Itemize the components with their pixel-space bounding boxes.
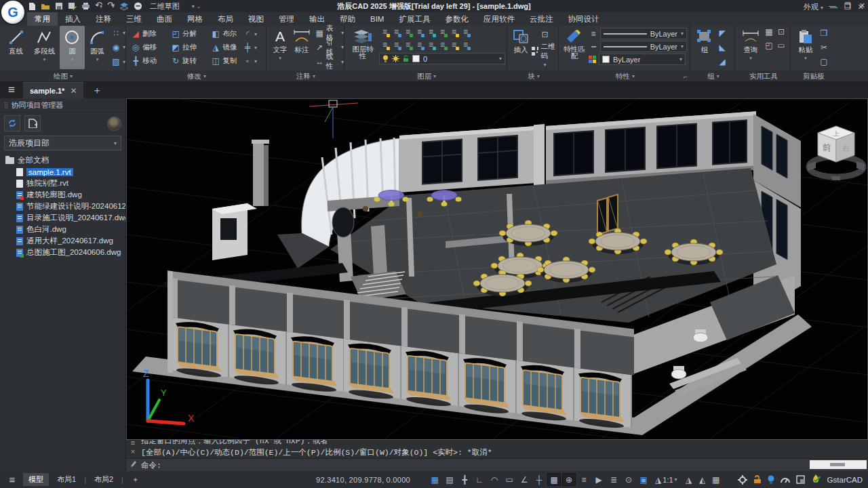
utilities-group-label[interactable]: 实用工具 — [736, 70, 791, 82]
tree-file-item[interactable]: 独院别墅.rvt — [0, 178, 125, 189]
status-toggle-icon[interactable]: ≣ — [607, 473, 620, 486]
drawing-viewport[interactable]: 上 前 右 Z Y X — [126, 98, 868, 439]
status-toggle-icon[interactable]: ▦ — [428, 473, 441, 486]
viewcube-front-label[interactable]: 前 — [823, 142, 831, 152]
ribbon-tab[interactable]: 插入 — [58, 12, 88, 26]
ribbon-tab[interactable]: 视图 — [241, 12, 271, 26]
performance-gauge-icon[interactable] — [781, 475, 790, 484]
ribbon-tab[interactable]: 管理 — [271, 12, 302, 26]
ribbon-tab[interactable]: 协同设计 — [560, 12, 606, 26]
import-document-button[interactable] — [24, 115, 41, 131]
layer-tool-icon[interactable]: ≡ — [414, 26, 425, 39]
select-all-icon[interactable]: ▭ — [776, 41, 786, 55]
cut-clip-icon[interactable]: ✂ — [819, 43, 829, 52]
doc-restore-button[interactable]: ❐ — [844, 3, 851, 12]
layer-tool-icon[interactable]: ≡ — [379, 26, 391, 39]
tree-file-item[interactable]: 建筑轮廓图.dwg — [0, 189, 125, 201]
bulb-icon[interactable] — [768, 475, 774, 485]
command-line-panel[interactable]: ≡ 指定窗口的角点，输入比例因子 (nX 或 nXP)，或者 × [全部(A)/… — [126, 439, 868, 471]
status-menu-icon[interactable]: ≡ — [4, 474, 20, 485]
group-button[interactable]: 组 — [694, 26, 715, 69]
array-button[interactable]: ∷▾ — [111, 26, 125, 40]
block-edit-button[interactable]: ⊡ — [540, 28, 549, 41]
linetype-dropdown[interactable]: ByLayer▾ — [600, 41, 687, 52]
model-tab[interactable]: 模型 — [23, 473, 49, 486]
layer-tool-icon[interactable]: ≡ — [379, 39, 391, 52]
circle-button[interactable]: 圆▾ — [60, 26, 85, 69]
panel-menu-icon[interactable]: ≡ — [0, 82, 23, 98]
status-toggle-icon[interactable]: ▭ — [502, 473, 516, 486]
sync-button[interactable] — [4, 115, 20, 131]
tree-file-item[interactable]: 通用大样_20240617.dwg — [0, 235, 125, 247]
status-toggle-icon[interactable]: ▶ — [592, 473, 606, 486]
dimension-button[interactable]: 标注 — [290, 26, 313, 69]
ribbon-tab[interactable]: 常用 — [27, 12, 58, 26]
copy-base-icon[interactable]: ▢ — [819, 58, 829, 66]
ribbon-tab[interactable]: 网格 — [180, 12, 210, 26]
block-group-label[interactable]: 块▾ — [509, 70, 559, 82]
status-toggle-icon[interactable]: ◠ — [488, 473, 501, 486]
ribbon-tab[interactable]: 注释 — [88, 12, 119, 26]
layer-dropdown[interactable]: 0 ▾ — [379, 53, 505, 64]
ribbon-tab[interactable]: BIM — [363, 12, 391, 26]
layer-tool-icon[interactable]: ≡ — [448, 26, 460, 39]
modify-tool-button[interactable]: ◎ 偏移 — [131, 41, 169, 54]
ribbon-tab[interactable]: 三维 — [119, 12, 149, 26]
annotate-tool-button[interactable]: ↔ 线性▾ — [315, 55, 344, 68]
modify-tool-button[interactable]: ◢ 删除 — [131, 27, 169, 41]
document-tab[interactable]: sample.1* ✕ — [23, 82, 83, 98]
hatch-button[interactable]: ▨▾ — [111, 55, 125, 68]
status-toggle-icon[interactable]: ╋ — [458, 473, 471, 486]
calculator-icon[interactable]: ▦ — [764, 28, 774, 41]
line-button[interactable]: 直线 — [3, 26, 29, 69]
layer-tool-icon[interactable]: ≡ — [460, 26, 471, 39]
layers-group-label[interactable]: 图层▾ — [346, 70, 507, 82]
lock-icon[interactable] — [753, 475, 762, 484]
layer-tool-icon[interactable]: ≡ — [391, 26, 402, 39]
drag-handle-icon[interactable]: ⣿ — [4, 102, 8, 108]
modify-tool-button[interactable]: ◩ 拉伸 — [171, 41, 209, 54]
layer-tool-icon[interactable]: ≡ — [414, 39, 425, 52]
viewcube-right-label[interactable]: 右 — [842, 144, 849, 152]
status-toggle-icon[interactable]: ▤ — [443, 473, 456, 486]
ungroup-icon[interactable]: ◤ — [717, 29, 727, 37]
command-input-row[interactable]: 命令: — [126, 459, 868, 471]
settings-gear-icon[interactable] — [738, 475, 747, 485]
tree-file-item[interactable]: 总图施工图_20240606.dwg — [0, 247, 125, 258]
layer-tool-icon[interactable]: ≡ — [402, 26, 414, 39]
layer-tool-icon[interactable]: ≡ — [425, 26, 437, 39]
status-toggle-icon[interactable]: ▩ — [547, 473, 561, 486]
break-button[interactable]: ▫▾ — [243, 54, 266, 68]
group-select-icon[interactable]: ◢ — [717, 58, 727, 66]
polyline-button[interactable]: 多段线▾ — [29, 26, 60, 69]
modify-group-label[interactable]: 修改▾ — [127, 70, 267, 82]
ribbon-tab[interactable]: 布局 — [210, 12, 241, 26]
tree-file-item[interactable]: 目录施工说明_20240617.dwg — [0, 212, 125, 224]
modify-tool-button[interactable]: ╋ 移动 — [131, 54, 169, 68]
annotation-toggle-icon[interactable]: ▦ — [709, 473, 723, 486]
layout2-tab[interactable]: 布局2 — [89, 473, 119, 486]
status-toggle-icon[interactable]: ∟ — [473, 473, 486, 486]
view-cube[interactable]: 上 前 右 — [808, 126, 865, 180]
doc-minimize-button[interactable]: — — [830, 3, 837, 11]
command-scrollbar[interactable] — [810, 460, 867, 469]
ribbon-tab[interactable]: 扩展工具 — [391, 12, 437, 26]
layer-tool-icon[interactable]: ≡ — [437, 39, 448, 52]
new-tab-button[interactable]: ＋ — [83, 82, 110, 98]
clean-screen-corner-icon[interactable] — [796, 475, 805, 484]
layer-tool-icon[interactable]: ≡ — [391, 39, 402, 52]
fillet-button[interactable]: ◜▾ — [243, 27, 266, 41]
modify-tool-button[interactable]: ↻ 旋转 — [171, 54, 209, 68]
layout1-tab[interactable]: 布局1 — [52, 473, 81, 486]
close-tab-icon[interactable]: ✕ — [70, 86, 77, 96]
new-layout-button[interactable]: ＋ — [126, 473, 144, 486]
tree-folder-root[interactable]: 全部文档 — [0, 155, 125, 166]
annotate-group-label[interactable]: 注释▾ — [267, 70, 344, 82]
status-toggle-icon[interactable]: ≡ — [577, 473, 591, 486]
id-point-icon[interactable]: ⊡ — [776, 28, 786, 41]
tree-file-item[interactable]: 节能绿建设计说明-20240612.dwg — [0, 201, 125, 212]
clipboard-group-label[interactable]: 剪贴板 — [792, 70, 835, 82]
qr-code-button[interactable]: 二维码 — [532, 45, 558, 58]
doc-close-button[interactable]: ✕ — [858, 3, 864, 12]
viewcube-top-label[interactable]: 上 — [833, 130, 840, 137]
